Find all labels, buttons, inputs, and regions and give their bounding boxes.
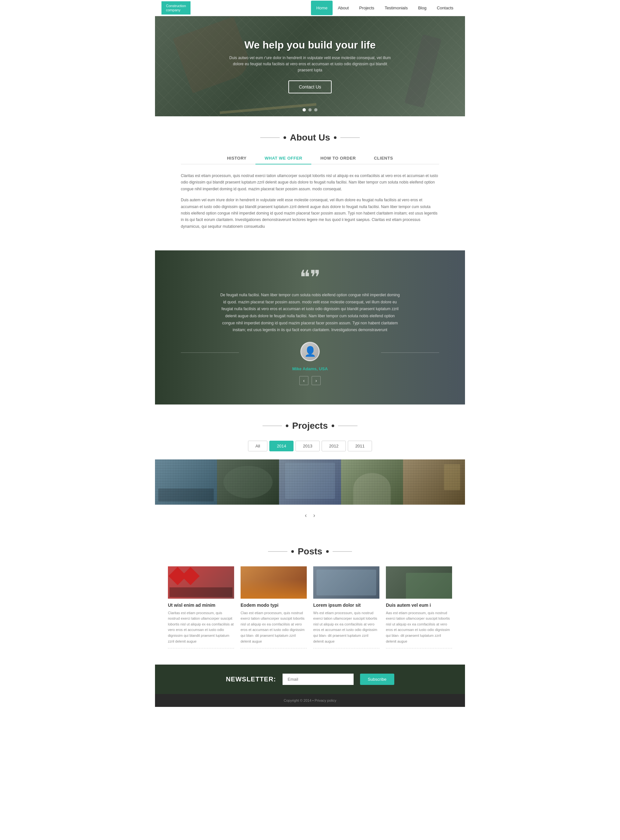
posts-section: Posts Ut wisl enim ad minim Claritas est… xyxy=(155,530,465,665)
post-divider-2 xyxy=(241,648,307,648)
newsletter-label: NEWSLETTER: xyxy=(226,676,276,683)
nav-about[interactable]: About xyxy=(333,1,354,15)
posts-grid: Ut wisl enim ad minim Claritas est etiam… xyxy=(168,566,452,649)
post-thumb-inner-4 xyxy=(386,566,452,599)
projects-title-text: Projects xyxy=(292,421,328,431)
project-item-5[interactable] xyxy=(403,459,465,505)
post-title-2[interactable]: Eodem modo typi xyxy=(241,603,307,608)
post-thumb-inner-1 xyxy=(168,566,234,599)
footer-copyright: Copyright © 2014 • xyxy=(284,698,314,702)
title-dot-left xyxy=(283,136,286,139)
nav-testimonials[interactable]: Testimonials xyxy=(379,1,413,15)
about-section: About Us HISTORY WHAT WE OFFER HOW TO OR… xyxy=(155,116,465,250)
footer: Copyright © 2014 • Privacy policy xyxy=(155,694,465,707)
post-item-4: Duis autem vel eum i Aas est etiam proce… xyxy=(386,566,452,649)
hero-dot-3[interactable] xyxy=(314,108,318,112)
post-item-2: Eodem modo typi Clao est etiam processum… xyxy=(241,566,307,649)
hero-section: We help you build your life Duis autwo v… xyxy=(155,16,465,116)
post-item-1: Ut wisl enim ad minim Claritas est etiam… xyxy=(168,566,234,649)
projects-section: Projects All 2014 2013 2012 2011 xyxy=(155,404,465,530)
hero-subtitle: Duis autwo vel eum r'ure dolor in hendre… xyxy=(226,55,394,74)
hero-content: We help you build your life Duis autwo v… xyxy=(226,39,394,94)
author-line-left xyxy=(181,353,239,353)
author-name: Mike Adams, USA xyxy=(181,366,439,371)
post-thumb-inner-3 xyxy=(313,566,379,599)
logo-line1: Construction xyxy=(166,4,186,8)
post-title-4[interactable]: Duis autem vel eum i xyxy=(386,603,452,608)
testimonial-section: ❝❞ De feugait nulla facilisi. Nam liber … xyxy=(155,250,465,404)
post-thumb-inner-2 xyxy=(241,566,307,599)
post-title-3[interactable]: Lorem ipsum dolor sit xyxy=(313,603,379,608)
posts-section-title: Posts xyxy=(168,546,452,556)
newsletter-section: NEWSLETTER: Subscribe xyxy=(155,665,465,694)
main-nav: Home About Projects Testimonials Blog Co… xyxy=(311,1,459,15)
about-paragraph-1: Claritas est etiam processum, quis nostr… xyxy=(181,172,439,192)
tab-what-we-offer[interactable]: WHAT WE OFFER xyxy=(256,152,311,164)
project-grid xyxy=(155,459,465,505)
quote-icon: ❝❞ xyxy=(181,270,439,285)
testimonial-navigation: ‹ › xyxy=(181,376,439,385)
projects-dot-left xyxy=(286,425,288,427)
testimonial-next-button[interactable]: › xyxy=(312,376,321,385)
post-text-3: Ws est etiam processum, quis nostrud exe… xyxy=(313,610,379,644)
nav-home[interactable]: Home xyxy=(311,1,333,15)
posts-dot-left xyxy=(291,550,294,553)
hero-title: We help you build your life xyxy=(226,39,394,51)
nav-contacts[interactable]: Contacts xyxy=(432,1,459,15)
post-thumbnail-1[interactable] xyxy=(168,566,234,599)
contact-us-button[interactable]: Contact Us xyxy=(288,80,331,94)
project-navigation: ‹ › xyxy=(155,510,465,520)
hero-dot-1[interactable] xyxy=(302,108,306,112)
tab-how-to-order[interactable]: HOW TO ORDER xyxy=(311,152,365,164)
author-line-right xyxy=(381,353,439,353)
post-thumbnail-3[interactable] xyxy=(313,566,379,599)
avatar-person-icon: 👤 xyxy=(304,346,316,357)
logo-line2: company xyxy=(166,8,186,12)
about-text-content: Claritas est etiam processum, quis nostr… xyxy=(181,172,439,230)
title-dot-right xyxy=(334,136,337,139)
testimonial-text: De feugait nulla facilisi. Nam liber tem… xyxy=(220,292,400,334)
tab-history[interactable]: HISTORY xyxy=(218,152,256,164)
posts-dot-right xyxy=(326,550,329,553)
project-item-1[interactable] xyxy=(155,459,217,505)
post-text-2: Clao est etiam processum, quis nostrud e… xyxy=(241,610,307,644)
newsletter-subscribe-button[interactable]: Subscribe xyxy=(360,674,394,685)
testimonial-prev-button[interactable]: ‹ xyxy=(299,376,308,385)
project-prev-button[interactable]: ‹ xyxy=(303,510,308,520)
filter-2014[interactable]: 2014 xyxy=(269,441,293,451)
post-item-3: Lorem ipsum dolor sit Ws est etiam proce… xyxy=(313,566,379,649)
post-title-1[interactable]: Ut wisl enim ad minim xyxy=(168,603,234,608)
project-item-2[interactable] xyxy=(217,459,279,505)
post-text-1: Claritas est etiam processum, quis nostr… xyxy=(168,610,234,644)
post-divider-4 xyxy=(386,648,452,648)
testimonial-content: ❝❞ De feugait nulla facilisi. Nam liber … xyxy=(181,270,439,385)
logo[interactable]: Construction company xyxy=(161,1,191,14)
about-tabs: HISTORY WHAT WE OFFER HOW TO ORDER CLIEN… xyxy=(181,152,439,164)
tab-clients[interactable]: CLIENTS xyxy=(365,152,402,164)
filter-2013[interactable]: 2013 xyxy=(295,441,320,451)
post-divider-1 xyxy=(168,648,234,648)
projects-dot-right xyxy=(332,425,334,427)
project-item-3[interactable] xyxy=(279,459,341,505)
post-thumbnail-2[interactable] xyxy=(241,566,307,599)
hero-dot-2[interactable] xyxy=(308,108,312,112)
filter-2011[interactable]: 2011 xyxy=(348,441,372,451)
filter-all[interactable]: All xyxy=(248,441,267,451)
footer-privacy-link[interactable]: Privacy policy xyxy=(315,698,336,702)
nav-projects[interactable]: Projects xyxy=(354,1,379,15)
about-title-text: About Us xyxy=(290,133,330,143)
nav-blog[interactable]: Blog xyxy=(413,1,432,15)
testimonial-author-row: 👤 xyxy=(181,342,439,364)
project-filters: All 2014 2013 2012 2011 xyxy=(155,441,465,451)
posts-title-text: Posts xyxy=(298,546,322,556)
about-section-title: About Us xyxy=(181,133,439,143)
project-item-4[interactable] xyxy=(341,459,403,505)
newsletter-email-input[interactable] xyxy=(283,674,354,685)
project-next-button[interactable]: › xyxy=(312,510,317,520)
post-thumbnail-4[interactable] xyxy=(386,566,452,599)
header: Construction company Home About Projects… xyxy=(155,0,465,16)
post-divider-3 xyxy=(313,648,379,648)
filter-2012[interactable]: 2012 xyxy=(322,441,346,451)
author-avatar: 👤 xyxy=(300,342,320,361)
about-paragraph-2: Duis autem vel eum iriure dolor in hendr… xyxy=(181,197,439,230)
